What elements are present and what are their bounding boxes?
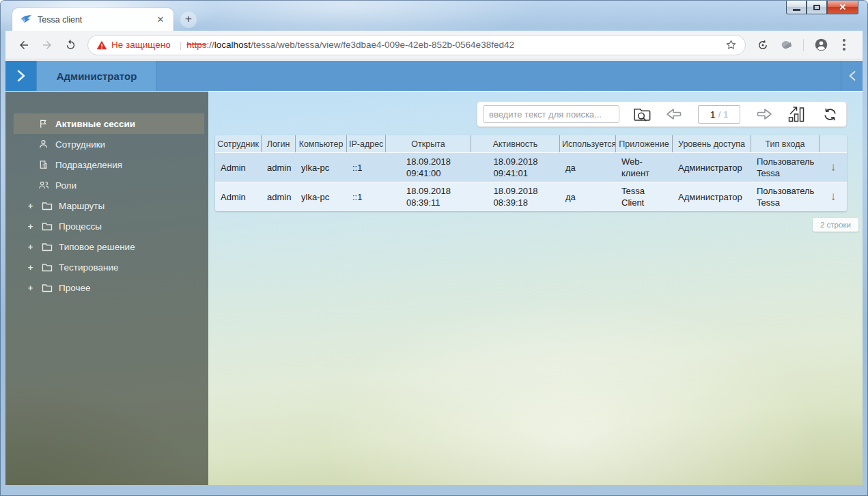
profile-button[interactable] bbox=[811, 35, 831, 55]
cell-access-level: Администратор bbox=[673, 182, 751, 211]
url-path: /tessa/web/tessa/view/fe3dbae4-009e-42eb… bbox=[251, 40, 514, 50]
sidebar-item-routes[interactable]: + Маршруты bbox=[14, 195, 204, 216]
new-tab-button[interactable]: + bbox=[180, 12, 197, 28]
sidebar-toggle-button[interactable] bbox=[5, 61, 37, 91]
forward-arrow-icon bbox=[41, 39, 53, 51]
chart-bars-icon bbox=[787, 105, 805, 123]
extension-button-1[interactable] bbox=[753, 35, 773, 55]
folder-search-icon bbox=[633, 106, 652, 123]
maximize-icon bbox=[813, 5, 820, 10]
expand-plus-icon[interactable]: + bbox=[26, 283, 35, 293]
cell-login: admin bbox=[262, 182, 296, 211]
search-input[interactable] bbox=[483, 105, 619, 123]
refresh-view-button[interactable] bbox=[819, 103, 841, 125]
tab-strip: Tessa client ✕ + bbox=[5, 0, 863, 31]
person-icon bbox=[38, 139, 49, 150]
browser-window: ✕ Tessa client ✕ + bbox=[0, 0, 868, 496]
expand-plus-icon[interactable]: + bbox=[26, 221, 35, 232]
sidebar-item-label: Сотрудники bbox=[55, 139, 105, 150]
sidebar-item-employees[interactable]: Сотрудники bbox=[14, 134, 204, 154]
cell-access-level: Администратор bbox=[673, 152, 751, 182]
cell-computer: ylka-pc bbox=[296, 152, 347, 182]
open-row-arrow-icon[interactable]: ↓ bbox=[830, 161, 837, 174]
table-row[interactable]: Admin admin ylka-pc ::1 18.09.2018 08:39… bbox=[215, 182, 847, 211]
sidebar-item-standard-solution[interactable]: + Типовое решение bbox=[14, 236, 204, 257]
app-tab-administrator[interactable]: Администратор bbox=[37, 61, 157, 91]
folder-icon bbox=[41, 200, 53, 212]
cell-in-use: да bbox=[560, 182, 616, 211]
minimize-button[interactable] bbox=[786, 1, 807, 14]
cell-application: Tessa Client bbox=[616, 182, 673, 211]
browser-toolbar: Не защищено | https://localhost/tessa/we… bbox=[5, 31, 863, 59]
expand-plus-icon[interactable]: + bbox=[26, 201, 35, 211]
browser-content: Не защищено | https://localhost/tessa/we… bbox=[5, 31, 863, 485]
cell-opened: 18.09.2018 08:39:11 bbox=[386, 182, 471, 211]
column-header-computer[interactable]: Компьютер bbox=[296, 135, 347, 152]
sidebar-item-other[interactable]: + Прочее bbox=[14, 277, 204, 298]
refresh-icon bbox=[821, 106, 839, 123]
app-body: Активные сессии Сотрудники Подразделения bbox=[5, 92, 863, 485]
url-scheme: https bbox=[186, 40, 206, 50]
security-warning-icon bbox=[96, 40, 107, 50]
table-header-row: Сотрудник Логин Компьютер IP-адрес Откры… bbox=[215, 135, 847, 152]
page-separator: / bbox=[718, 109, 721, 120]
cell-login-type: Пользователь Tessa bbox=[751, 182, 820, 211]
table-row[interactable]: Admin admin ylka-pc ::1 18.09.2018 09:41… bbox=[215, 152, 847, 182]
folder-icon bbox=[41, 221, 53, 232]
sidebar: Активные сессии Сотрудники Подразделения bbox=[5, 92, 208, 485]
extension-button-2[interactable] bbox=[776, 35, 796, 55]
column-header-employee[interactable]: Сотрудник bbox=[215, 135, 262, 152]
column-header-access-level[interactable]: Уровень доступа bbox=[673, 135, 751, 152]
total-pages: 1 bbox=[723, 109, 728, 120]
column-header-opened[interactable]: Открыта bbox=[386, 135, 471, 152]
building-icon bbox=[38, 159, 49, 171]
close-button[interactable]: ✕ bbox=[827, 1, 858, 14]
column-header-application[interactable]: Приложение bbox=[616, 135, 673, 152]
minimize-icon bbox=[793, 9, 800, 11]
cell-login: admin bbox=[262, 152, 296, 182]
sidebar-item-roles[interactable]: Роли bbox=[14, 175, 204, 195]
column-header-login-type[interactable]: Тип входа bbox=[751, 135, 820, 152]
chevron-right-icon bbox=[16, 70, 26, 82]
cell-application: Web- клиент bbox=[616, 152, 673, 182]
prev-page-button[interactable] bbox=[664, 103, 686, 125]
column-header-activity[interactable]: Активность bbox=[471, 135, 560, 152]
sidebar-item-processes[interactable]: + Процессы bbox=[14, 216, 204, 236]
cell-employee: Admin bbox=[215, 152, 262, 182]
folder-icon bbox=[41, 262, 53, 273]
bookmark-star-button[interactable] bbox=[725, 39, 737, 51]
open-row-arrow-icon[interactable]: ↓ bbox=[830, 190, 837, 203]
cell-login-type: Пользователь Tessa bbox=[751, 152, 820, 182]
maximize-button[interactable] bbox=[807, 1, 827, 14]
reload-button[interactable] bbox=[60, 35, 81, 55]
sidebar-item-departments[interactable]: Подразделения bbox=[14, 154, 204, 175]
column-header-login[interactable]: Логин bbox=[262, 135, 296, 152]
search-in-view-button[interactable] bbox=[631, 103, 653, 125]
sidebar-item-label: Маршруты bbox=[59, 201, 104, 211]
window-controls: ✕ bbox=[786, 1, 858, 14]
sidebar-item-active-sessions[interactable]: Активные сессии bbox=[14, 113, 204, 134]
cell-ip: ::1 bbox=[347, 182, 386, 211]
sidebar-item-testing[interactable]: + Тестирование bbox=[14, 257, 204, 277]
back-button[interactable] bbox=[14, 35, 34, 55]
column-header-ip[interactable]: IP-адрес bbox=[347, 135, 386, 152]
cell-employee: Admin bbox=[215, 182, 262, 211]
address-bar[interactable]: Не защищено | https://localhost/tessa/we… bbox=[87, 35, 746, 55]
gray-extension-icon bbox=[780, 39, 793, 51]
next-page-button[interactable] bbox=[752, 103, 774, 125]
column-header-in-use[interactable]: Используется bbox=[560, 135, 616, 152]
cell-ip: ::1 bbox=[347, 152, 386, 182]
tessa-favicon bbox=[20, 14, 32, 25]
forward-button[interactable] bbox=[37, 35, 57, 55]
expand-plus-icon[interactable]: + bbox=[26, 242, 35, 252]
cell-in-use: да bbox=[560, 152, 616, 182]
browser-tab[interactable]: Tessa client ✕ bbox=[12, 8, 173, 31]
tab-close-icon[interactable]: ✕ bbox=[154, 14, 167, 26]
chrome-menu-button[interactable] bbox=[834, 35, 854, 55]
cell-activity: 18.09.2018 08:39:18 bbox=[471, 182, 560, 211]
collapse-panel-button[interactable] bbox=[841, 61, 863, 91]
expand-plus-icon[interactable]: + bbox=[26, 262, 35, 273]
statistics-button[interactable] bbox=[785, 103, 807, 125]
page-number-box[interactable]: 1 / 1 bbox=[698, 105, 740, 124]
sidebar-item-label: Активные сессии bbox=[55, 119, 135, 129]
